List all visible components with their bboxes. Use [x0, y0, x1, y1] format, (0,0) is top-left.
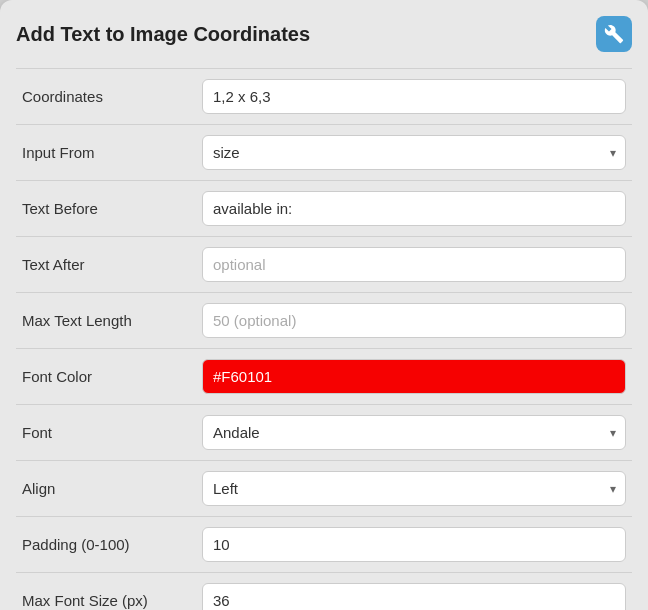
form-table: CoordinatesInput Fromsizewidthheightcust…	[16, 68, 632, 610]
table-row: AlignLeftCenterRight▾	[16, 461, 632, 517]
text-input-text-before[interactable]	[202, 191, 626, 226]
field-label: Input From	[16, 125, 196, 181]
table-row: Font Color	[16, 349, 632, 405]
panel-header: Add Text to Image Coordinates	[16, 16, 632, 52]
table-row: Max Text Length	[16, 293, 632, 349]
field-input-cell	[196, 517, 632, 573]
select-font[interactable]: AndaleArialHelveticaTimes New RomanCouri…	[202, 415, 626, 450]
field-input-cell	[196, 293, 632, 349]
field-input-cell	[196, 573, 632, 611]
text-input-max-text-length[interactable]	[202, 303, 626, 338]
field-label: Padding (0-100)	[16, 517, 196, 573]
text-input-padding-0-100[interactable]	[202, 527, 626, 562]
table-row: Padding (0-100)	[16, 517, 632, 573]
table-row: Text After	[16, 237, 632, 293]
table-row: Input Fromsizewidthheightcustom▾	[16, 125, 632, 181]
select-wrapper: AndaleArialHelveticaTimes New RomanCouri…	[202, 415, 626, 450]
font-color-input[interactable]	[202, 359, 626, 394]
field-label: Text After	[16, 237, 196, 293]
text-input-max-font-size-px[interactable]	[202, 583, 626, 610]
field-input-cell	[196, 237, 632, 293]
select-wrapper: sizewidthheightcustom▾	[202, 135, 626, 170]
table-row: FontAndaleArialHelveticaTimes New RomanC…	[16, 405, 632, 461]
field-label: Font	[16, 405, 196, 461]
select-input-from[interactable]: sizewidthheightcustom	[202, 135, 626, 170]
field-input-cell: AndaleArialHelveticaTimes New RomanCouri…	[196, 405, 632, 461]
field-input-cell: LeftCenterRight▾	[196, 461, 632, 517]
panel-title: Add Text to Image Coordinates	[16, 23, 310, 46]
wrench-icon	[604, 24, 624, 44]
wrench-button[interactable]	[596, 16, 632, 52]
text-input-coordinates[interactable]	[202, 79, 626, 114]
table-row: Coordinates	[16, 69, 632, 125]
table-row: Text Before	[16, 181, 632, 237]
field-label: Text Before	[16, 181, 196, 237]
panel: Add Text to Image Coordinates Coordinate…	[0, 0, 648, 610]
field-input-cell	[196, 181, 632, 237]
field-label: Align	[16, 461, 196, 517]
select-align[interactable]: LeftCenterRight	[202, 471, 626, 506]
field-label: Max Text Length	[16, 293, 196, 349]
field-label: Max Font Size (px)	[16, 573, 196, 611]
select-wrapper: LeftCenterRight▾	[202, 471, 626, 506]
field-input-cell	[196, 69, 632, 125]
field-input-cell: sizewidthheightcustom▾	[196, 125, 632, 181]
field-input-cell	[196, 349, 632, 405]
field-label: Coordinates	[16, 69, 196, 125]
table-row: Max Font Size (px)	[16, 573, 632, 611]
field-label: Font Color	[16, 349, 196, 405]
text-input-text-after[interactable]	[202, 247, 626, 282]
